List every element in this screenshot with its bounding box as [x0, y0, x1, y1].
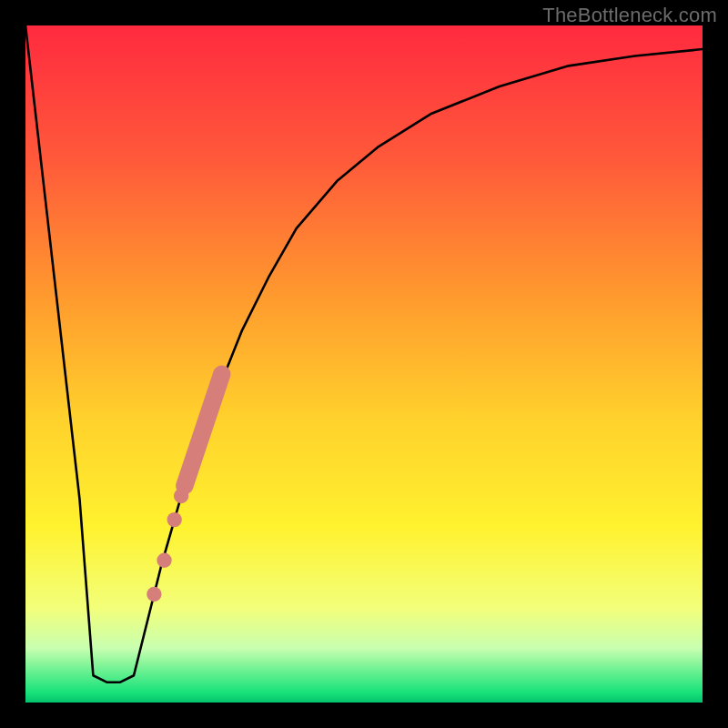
chart-frame: TheBottleneck.com: [0, 0, 728, 728]
curve-layer: [25, 25, 703, 703]
plot-area: [25, 25, 703, 703]
highlight-bar: [185, 374, 222, 486]
highlight-dot: [174, 489, 188, 503]
highlight-dot: [167, 512, 181, 527]
watermark-text: TheBottleneck.com: [542, 4, 717, 27]
highlight-dot: [147, 587, 161, 602]
bottleneck-curve: [25, 25, 703, 682]
highlight-dot: [157, 553, 171, 568]
highlight-group: [147, 374, 222, 602]
